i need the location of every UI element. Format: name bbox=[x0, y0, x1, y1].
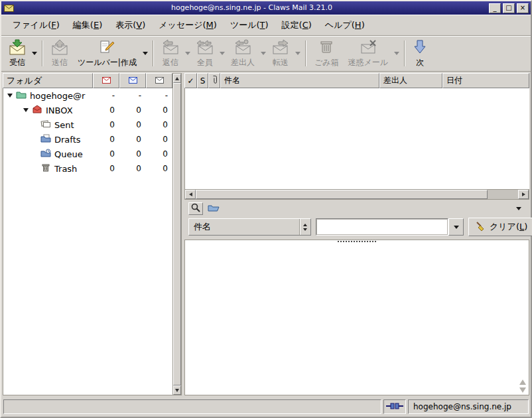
scroll-up-button[interactable] bbox=[173, 74, 181, 83]
quick-search-toolbar bbox=[188, 202, 525, 215]
search-button[interactable] bbox=[188, 202, 203, 215]
menu-view[interactable]: 表示(V) bbox=[109, 16, 151, 35]
arrow-right-icon bbox=[522, 192, 525, 196]
scrollbar-thumb[interactable] bbox=[173, 83, 181, 385]
scroll-right-button[interactable] bbox=[518, 190, 529, 199]
arrow-down-icon bbox=[175, 389, 179, 392]
online-status-button[interactable] bbox=[383, 399, 406, 414]
date-column-header[interactable]: 日付 bbox=[442, 73, 529, 88]
reply-sender-label: 差出人 bbox=[231, 57, 255, 68]
folder-column-headers: フォルダ bbox=[3, 73, 172, 88]
reply-all-label: 全員 bbox=[197, 57, 213, 68]
reply-icon bbox=[162, 39, 179, 55]
receive-label: 受信 bbox=[9, 57, 25, 68]
claws-mail-window: hogehoge@ns.sing.ne.jp - Claws Mail 3.21… bbox=[0, 0, 532, 418]
menu-configuration[interactable]: 設定(C) bbox=[276, 16, 318, 35]
menu-help[interactable]: ヘルプ(H) bbox=[319, 16, 371, 35]
broom-icon bbox=[475, 221, 486, 234]
spam-button[interactable]: 迷惑メール bbox=[343, 37, 393, 70]
scrollbar-thumb[interactable] bbox=[196, 190, 488, 199]
message-pane: ✓ S 件名 差出人 日付 bbox=[184, 73, 529, 395]
scroll-down-button[interactable] bbox=[173, 385, 181, 395]
close-button[interactable]: × bbox=[517, 3, 529, 13]
quick-search-input[interactable] bbox=[316, 218, 448, 236]
splitter-grip[interactable] bbox=[338, 241, 376, 242]
compose-icon bbox=[99, 39, 115, 55]
scroll-down-arrow-icon[interactable] bbox=[519, 387, 526, 393]
account-folder-icon bbox=[16, 90, 27, 101]
spam-dropdown-arrow[interactable] bbox=[393, 37, 401, 70]
status-column-header[interactable]: S bbox=[197, 73, 208, 88]
current-account[interactable]: hogehoge@ns.sing.ne.jp bbox=[408, 399, 529, 414]
expander-icon[interactable] bbox=[7, 94, 13, 98]
trash-icon bbox=[318, 39, 334, 55]
from-column-header[interactable]: 差出人 bbox=[379, 73, 442, 88]
total-count: 0 bbox=[146, 105, 172, 115]
menu-file[interactable]: ファイル(F) bbox=[7, 16, 66, 35]
expander-icon[interactable] bbox=[23, 108, 29, 112]
receive-dropdown-arrow[interactable] bbox=[31, 37, 38, 70]
unread-count: - bbox=[119, 91, 146, 100]
unread-count: 0 bbox=[119, 120, 146, 129]
reply-all-dropdown-arrow[interactable] bbox=[218, 37, 226, 70]
search-history-dropdown[interactable] bbox=[448, 218, 464, 236]
new-count-column-header[interactable] bbox=[93, 73, 119, 88]
forward-button[interactable]: 転送 bbox=[267, 37, 294, 70]
subject-column-header[interactable]: 件名 bbox=[220, 73, 379, 88]
scroll-up-arrow-icon[interactable] bbox=[519, 380, 526, 385]
folder-row-drafts[interactable]: Drafts 0 0 0 bbox=[3, 132, 172, 147]
message-list-body[interactable] bbox=[184, 88, 529, 189]
search-folder-icon[interactable] bbox=[208, 203, 220, 214]
folder-name-column-header[interactable]: フォルダ bbox=[3, 73, 93, 88]
folder-row-trash[interactable]: Trash 0 0 0 bbox=[3, 161, 172, 176]
attachment-column-header[interactable] bbox=[208, 73, 220, 88]
menu-tools[interactable]: ツール(T) bbox=[224, 16, 275, 35]
search-icon bbox=[191, 203, 200, 214]
total-count-column-header[interactable] bbox=[146, 73, 172, 88]
trash-button[interactable]: ごみ箱 bbox=[310, 37, 344, 70]
minimize-button[interactable]: _ bbox=[489, 3, 501, 13]
folder-row-sent[interactable]: Sent 0 0 0 bbox=[3, 117, 172, 132]
menu-message[interactable]: メッセージ(M) bbox=[153, 16, 223, 35]
next-arrow-icon bbox=[413, 39, 427, 55]
receive-button[interactable]: 受信 bbox=[4, 37, 31, 70]
maximize-button[interactable]: □ bbox=[503, 3, 515, 13]
folder-list[interactable]: hogehoge@r - - - INBOX 0 0 bbox=[3, 88, 172, 395]
quick-search-expander[interactable] bbox=[512, 207, 525, 210]
message-list-hscrollbar[interactable] bbox=[184, 189, 529, 200]
reply-label: 返信 bbox=[163, 57, 178, 68]
send-label: 送信 bbox=[52, 57, 68, 68]
chevron-down-icon bbox=[220, 52, 225, 55]
queue-folder-icon bbox=[40, 149, 51, 159]
reply-sender-dropdown-arrow[interactable] bbox=[259, 37, 267, 70]
send-mail-icon bbox=[51, 39, 68, 55]
reply-all-button[interactable]: 全員 bbox=[192, 37, 218, 70]
online-connector-icon bbox=[386, 402, 403, 412]
titlebar[interactable]: hogehoge@ns.sing.ne.jp - Claws Mail 3.21… bbox=[1, 1, 531, 15]
total-count: 0 bbox=[146, 120, 172, 129]
folder-pane-scrollbar[interactable] bbox=[172, 73, 182, 395]
next-label: 次 bbox=[416, 57, 424, 68]
folder-row-queue[interactable]: Queue 0 0 0 bbox=[3, 147, 172, 161]
folder-row-inbox[interactable]: INBOX 0 0 0 bbox=[3, 103, 172, 117]
forward-dropdown-arrow[interactable] bbox=[294, 37, 302, 70]
reply-dropdown-arrow[interactable] bbox=[184, 37, 192, 70]
compose-button[interactable]: ツールバー|作成 bbox=[73, 37, 141, 70]
compose-dropdown-arrow[interactable] bbox=[141, 37, 149, 70]
next-button[interactable]: 次 bbox=[409, 37, 431, 70]
folder-row-account[interactable]: hogehoge@r - - - bbox=[3, 88, 172, 103]
clear-search-button[interactable]: クリア(L) bbox=[468, 218, 532, 236]
message-view[interactable] bbox=[184, 240, 529, 395]
scrollbar-trough[interactable] bbox=[488, 190, 518, 199]
drafts-folder-icon bbox=[40, 134, 51, 145]
unread-count-column-header[interactable] bbox=[119, 73, 146, 88]
combo-stepper[interactable] bbox=[299, 219, 310, 235]
send-button[interactable]: 送信 bbox=[46, 37, 73, 70]
mark-column-header[interactable]: ✓ bbox=[184, 73, 197, 88]
scroll-left-button[interactable] bbox=[185, 190, 196, 199]
search-type-combo[interactable]: 件名 bbox=[188, 218, 311, 236]
menu-edit[interactable]: 編集(E) bbox=[67, 16, 108, 35]
message-list-headers: ✓ S 件名 差出人 日付 bbox=[184, 73, 529, 88]
reply-sender-button[interactable]: 差出人 bbox=[226, 37, 259, 70]
reply-button[interactable]: 返信 bbox=[157, 37, 184, 70]
